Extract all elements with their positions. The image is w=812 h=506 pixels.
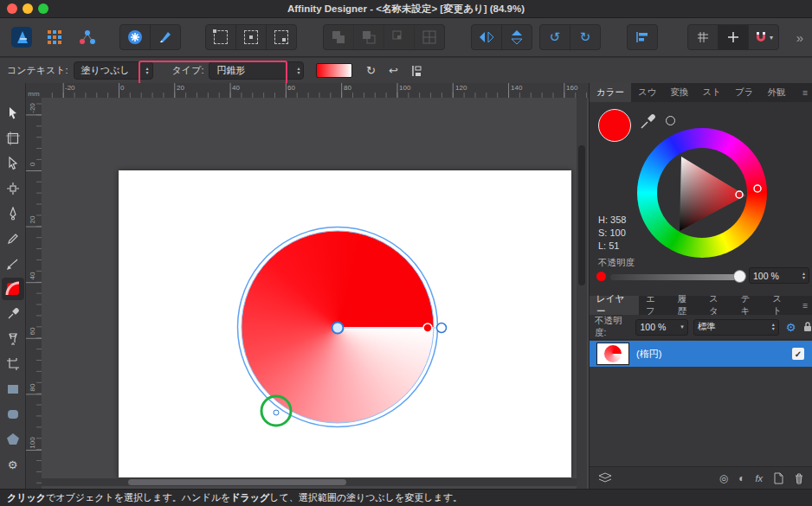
layers-bottom-bar: ◎ ◐ fx <box>590 466 812 489</box>
layers-opacity-dropdown[interactable]: 100 % ▾ <box>635 319 687 336</box>
align-icon[interactable] <box>628 25 657 49</box>
tab-appearance[interactable]: 外観 <box>761 83 793 102</box>
fill-gradient-tool[interactable] <box>2 278 24 300</box>
tab-transform[interactable]: 変換 <box>664 83 696 102</box>
delete-layer-icon[interactable] <box>794 472 804 484</box>
mask-icon[interactable]: ◎ <box>719 472 728 484</box>
brush-button[interactable] <box>151 25 180 49</box>
gradient-type-dropdown[interactable]: 円錐形 ▴▾ <box>209 61 304 80</box>
zoom-window-button[interactable] <box>38 3 48 14</box>
app-logo <box>9 25 35 49</box>
layers-opacity-value: 100 % <box>640 322 666 332</box>
boolean-divide-icon[interactable] <box>415 25 444 49</box>
ellipse-tool[interactable] <box>2 403 24 426</box>
rotate-gradient-icon[interactable]: ↻ <box>359 62 382 80</box>
tab-styles[interactable]: スタ <box>702 296 734 315</box>
close-window-button[interactable] <box>7 3 17 14</box>
custom-shape-tool[interactable] <box>2 428 24 451</box>
toggle-grid-icon[interactable] <box>688 25 719 49</box>
fx-icon[interactable]: fx <box>755 473 763 484</box>
vector-brush-tool[interactable] <box>2 253 24 275</box>
adjustment-button[interactable] <box>120 25 151 49</box>
layer-settings-gear-icon[interactable]: ⚙ <box>786 321 796 334</box>
active-color-swatch[interactable] <box>598 109 631 142</box>
pixel-persona-icon[interactable] <box>42 25 68 49</box>
panel-menu-icon[interactable]: ≡ <box>797 83 812 102</box>
rotate-cw-icon[interactable]: ↻ <box>570 25 600 49</box>
boolean-subtract-icon[interactable] <box>354 25 384 49</box>
layer-name: (楕円) <box>636 348 661 361</box>
layer-row[interactable]: (楕円) ✓ <box>590 341 812 367</box>
ruler-label: -20 <box>65 84 75 92</box>
ruler-label: 140 <box>511 84 522 92</box>
lock-icon[interactable] <box>802 321 812 333</box>
edit-gradient-icon[interactable] <box>404 62 427 80</box>
blend-mode-dropdown[interactable]: 標準 ▴▾ <box>693 319 779 336</box>
more-tools-button[interactable]: ⚙ <box>2 453 24 476</box>
vertical-scrollbar[interactable] <box>577 98 587 489</box>
reverse-gradient-icon[interactable]: ↩ <box>382 62 404 80</box>
gradient-end-handle[interactable] <box>437 323 447 333</box>
layers-stack-icon[interactable] <box>598 472 612 484</box>
fill-context-dropdown[interactable]: 塗りつぶし ▴▾ <box>74 61 153 80</box>
tab-text-styles[interactable]: テキ <box>734 296 766 315</box>
node-tool[interactable] <box>2 152 24 175</box>
gradient-start-handle[interactable] <box>332 323 344 334</box>
adjustment-icon[interactable]: ◐ <box>738 472 744 484</box>
vertical-scrollbar-thumb[interactable] <box>578 145 585 285</box>
saturation-triangle[interactable] <box>637 128 767 258</box>
export-persona-icon[interactable] <box>74 25 100 49</box>
stepper-icon: ▴▾ <box>297 67 300 75</box>
tab-color[interactable]: カラー <box>590 83 631 102</box>
layers-opacity-label: 不透明度: <box>595 315 632 339</box>
new-layer-icon[interactable] <box>773 472 783 484</box>
point-transform-tool[interactable] <box>2 177 24 200</box>
flip-horizontal-icon[interactable] <box>472 25 502 49</box>
snap-bounds-icon[interactable] <box>236 25 267 49</box>
opacity-slider[interactable] <box>610 274 740 280</box>
snapping-magnet-icon[interactable]: ▾ <box>749 25 778 49</box>
pencil-tool[interactable] <box>2 227 24 250</box>
horizontal-scrollbar[interactable] <box>42 478 577 486</box>
boolean-add-icon[interactable] <box>324 25 354 49</box>
ruler-unit-box[interactable]: mm <box>26 83 42 99</box>
gradient-swatch[interactable] <box>316 63 352 78</box>
rectangle-tool[interactable] <box>2 378 24 400</box>
ruler-label: 0 <box>120 84 124 92</box>
gradient-stop-handle[interactable] <box>423 323 432 332</box>
vertical-ruler: -20 0 20 40 60 80 100 <box>26 98 42 489</box>
tab-stroke[interactable]: スト <box>696 83 729 102</box>
minimize-window-button[interactable] <box>23 3 33 14</box>
tab-swatches[interactable]: スウ <box>631 83 664 102</box>
toolbar-overflow-button[interactable]: » <box>796 30 803 45</box>
edge-node-handle[interactable] <box>274 410 279 415</box>
crop-tool[interactable] <box>2 353 24 375</box>
opacity-slider-knob[interactable] <box>733 270 746 283</box>
rotate-ccw-icon[interactable]: ↺ <box>540 25 570 49</box>
main-toolbar: ↺ ↻ ▾ » <box>0 18 812 57</box>
tab-stroke2[interactable]: スト <box>765 296 797 315</box>
toggle-guides-icon[interactable] <box>719 25 749 49</box>
transparency-tool[interactable] <box>2 328 24 350</box>
boolean-intersect-icon[interactable] <box>384 25 415 49</box>
layer-visibility-checkbox[interactable]: ✓ <box>792 348 804 360</box>
move-tool[interactable] <box>2 102 24 125</box>
ruler-label: 160 <box>566 84 577 92</box>
tab-effects[interactable]: エフ <box>639 296 671 315</box>
tab-brushes[interactable]: ブラ <box>728 83 761 102</box>
pen-tool[interactable] <box>2 202 24 225</box>
opacity-value-box[interactable]: 100 % ▴▾ <box>749 267 809 284</box>
tab-history[interactable]: 履歴 <box>671 296 702 315</box>
picked-color-dot[interactable] <box>666 116 675 125</box>
snap-spread-icon[interactable] <box>267 25 296 49</box>
artboard-tool[interactable] <box>2 127 24 150</box>
canvas[interactable] <box>42 98 589 489</box>
color-picker-tool[interactable] <box>2 303 24 325</box>
hue-ring-marker[interactable] <box>754 185 761 192</box>
horizontal-scrollbar-thumb[interactable] <box>128 479 346 485</box>
panel-menu-icon[interactable]: ≡ <box>797 296 812 315</box>
tab-layers[interactable]: レイヤー <box>590 296 639 315</box>
ruler-label: 60 <box>29 328 39 336</box>
flip-vertical-icon[interactable] <box>502 25 532 49</box>
snap-grid-icon[interactable] <box>206 25 236 49</box>
